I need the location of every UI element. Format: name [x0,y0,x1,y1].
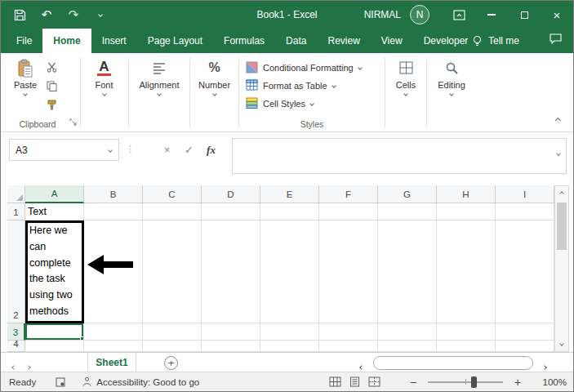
grid-cell[interactable] [378,220,437,323]
vertical-scrollbar[interactable] [554,185,569,352]
column-header-B[interactable]: B [84,185,143,203]
name-box[interactable]: A3 [9,139,119,161]
comment-icon[interactable] [549,33,563,47]
grid-cell[interactable] [496,341,554,352]
grid-cell[interactable] [143,341,202,352]
select-all-corner[interactable] [7,185,25,203]
number-group-button[interactable]: % Number [190,53,238,114]
minimize-button[interactable] [475,1,508,29]
cell-A2[interactable]: Here we can complete the task using two … [25,220,84,323]
grid-cell[interactable] [319,220,378,323]
page-break-preview-icon[interactable] [364,374,384,390]
cell-styles-button[interactable]: Cell Styles [239,95,385,113]
tab-formulas[interactable]: Formulas [213,29,275,53]
scroll-down-icon[interactable] [555,336,568,351]
grid-cell[interactable] [260,341,319,352]
cell-A3-selected[interactable] [25,323,84,341]
tab-page-layout[interactable]: Page Layout [137,29,213,53]
tell-me-button[interactable]: Tell me [472,29,519,53]
zoom-level[interactable]: 100% [539,377,567,387]
redo-icon[interactable]: ↷ [66,7,81,22]
grid-cell[interactable] [378,341,437,352]
cancel-entry-button[interactable]: × [156,139,178,161]
row-header-1[interactable]: 1 [7,203,25,220]
column-header-C[interactable]: C [143,185,202,203]
grid-cell[interactable] [260,323,319,341]
zoom-out-button[interactable]: − [407,376,420,389]
font-group-button[interactable]: A Font [81,53,127,114]
format-painter-icon[interactable] [43,98,60,111]
fill-handle[interactable] [80,336,84,341]
grid-cell[interactable] [437,220,496,323]
grid-cell[interactable] [202,220,260,323]
cut-icon[interactable] [43,60,60,74]
grid-cell[interactable] [378,323,437,341]
maximize-button[interactable] [508,1,541,29]
next-sheet-icon[interactable] [27,360,30,372]
column-header-F[interactable]: F [319,185,378,203]
alignment-group-button[interactable]: Alignment [129,53,189,114]
save-icon[interactable] [12,7,27,22]
normal-view-icon[interactable] [325,374,345,390]
grid-cell[interactable] [143,220,202,323]
tab-review[interactable]: Review [317,29,370,53]
row-header-4[interactable]: 4 [7,341,25,352]
previous-sheet-icon[interactable] [12,360,16,372]
zoom-slider-thumb[interactable] [471,376,477,388]
ribbon-display-options-icon[interactable] [443,1,475,29]
cell-A1[interactable]: Text [25,203,84,220]
format-as-table-button[interactable]: Format as Table [239,77,385,95]
scroll-up-icon[interactable] [555,186,568,201]
grid-cell[interactable] [319,341,378,352]
vertical-scrollbar-thumb[interactable] [557,203,567,250]
grid-cell[interactable] [84,341,143,352]
grid-cell[interactable] [437,341,496,352]
cells-group-button[interactable]: Cells [385,53,426,114]
grid-cell[interactable] [260,203,319,220]
record-macro-icon[interactable] [56,377,65,387]
tab-file[interactable]: File [6,29,42,53]
grid-cell[interactable] [143,323,202,341]
conditional-formatting-button[interactable]: Conditional Formatting [239,59,385,77]
row-header-3[interactable]: 3 [7,323,25,341]
avatar[interactable]: N [410,5,429,24]
editing-group-button[interactable]: Editing [427,53,476,114]
grid-cell[interactable] [202,203,260,220]
enter-entry-button[interactable]: ✓ [178,139,200,161]
grid-cell[interactable] [496,220,554,323]
copy-icon[interactable] [43,79,60,92]
undo-icon[interactable]: ↶ [39,7,54,22]
grid-cell[interactable] [496,323,554,341]
tab-home[interactable]: Home [42,29,91,53]
grid-cell[interactable] [496,203,554,220]
grid-cell[interactable] [260,220,319,323]
close-button[interactable]: × [541,1,573,29]
horizontal-scrollbar-thumb[interactable] [373,356,533,370]
grid-cell[interactable] [202,341,260,352]
grid-cell[interactable] [319,203,378,220]
formula-bar-resize-handle[interactable]: ⋮ [126,144,134,154]
clipboard-dialog-launcher-icon[interactable] [69,117,77,128]
hscroll-left-icon[interactable] [360,360,363,372]
grid-cell[interactable] [319,323,378,341]
accessibility-status[interactable]: Accessibility: Good to go [82,376,199,387]
zoom-in-button[interactable]: + [511,376,524,389]
column-header-I[interactable]: I [496,185,554,203]
row-header-2[interactable]: 2 [7,220,25,323]
tab-developer[interactable]: Developer [413,29,479,53]
account-name[interactable]: NIRMAL [364,9,401,20]
grid-cell[interactable] [143,203,202,220]
tab-insert[interactable]: Insert [91,29,137,53]
paste-button[interactable]: Paste [9,53,42,114]
expand-formula-bar-icon[interactable] [557,146,560,158]
collapse-ribbon-icon[interactable] [556,114,560,125]
grid-cell[interactable] [84,323,143,341]
customize-qat-chevron-icon[interactable] [93,7,108,22]
insert-function-button[interactable]: fx [200,139,222,161]
tab-view[interactable]: View [371,29,413,53]
hscroll-right-icon[interactable] [543,360,546,372]
grid-cell[interactable] [202,323,260,341]
chevron-down-icon[interactable] [102,149,118,152]
grid-cell[interactable] [378,203,437,220]
page-layout-view-icon[interactable] [345,374,364,390]
